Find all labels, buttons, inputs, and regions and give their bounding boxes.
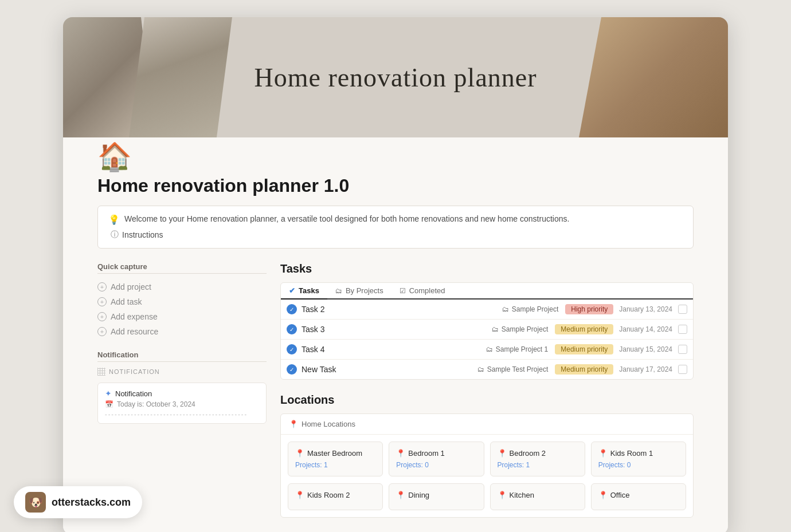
add-expense-item[interactable]: + Add expense xyxy=(97,309,267,324)
right-column: Tasks ✔ Tasks 🗂 By Projects xyxy=(280,262,694,518)
task-name: Task 4 xyxy=(301,345,486,354)
check-grid-icon: ☑ xyxy=(400,287,406,295)
priority-badge: Medium priority xyxy=(555,344,613,354)
watermark: 🐶 otterstacks.com xyxy=(14,486,142,518)
pin-icon: 📍 xyxy=(289,420,298,428)
notification-db-text: NOTIFICATION xyxy=(109,368,160,375)
location-projects-count: Projects: 0 xyxy=(396,461,476,469)
calendar-icon: 📅 xyxy=(105,400,113,408)
notification-title-text: Notification xyxy=(115,389,152,398)
watermark-icon: 🐶 xyxy=(25,492,46,513)
add-project-plus-icon: + xyxy=(97,282,107,291)
add-expense-label: Add expense xyxy=(111,312,158,321)
grid-icon xyxy=(97,368,105,376)
table-row: Task 3 🗂 Sample Project Medium priority … xyxy=(281,320,693,340)
list-item[interactable]: 📍 Dining xyxy=(389,483,484,510)
location-cards-row1: 📍 Master Bedroom Projects: 1 📍 Bedroom 1 xyxy=(281,435,693,483)
location-pin-icon: 📍 xyxy=(295,449,304,458)
tasks-title: Tasks xyxy=(280,262,694,275)
notification-item: ✦ Notification 📅 Today is: October 3, 20… xyxy=(97,383,267,424)
task-project-name: Sample Test Project xyxy=(487,365,549,373)
list-item[interactable]: 📍 Bedroom 2 Projects: 1 xyxy=(490,442,585,476)
tab-by-projects[interactable]: 🗂 By Projects xyxy=(327,283,391,300)
page-title: Home renovation planner 1.0 xyxy=(97,175,694,196)
task-project: 🗂 Sample Test Project xyxy=(477,365,549,373)
list-item[interactable]: 📍 Office xyxy=(591,483,686,510)
welcome-message: Welcome to your Home renovation planner,… xyxy=(124,214,569,223)
task-select-checkbox[interactable] xyxy=(678,325,687,334)
add-resource-label: Add resource xyxy=(111,327,158,336)
location-name: 📍 Bedroom 1 xyxy=(396,449,476,458)
location-name: 📍 Dining xyxy=(396,491,476,499)
add-task-label: Add task xyxy=(111,297,142,306)
task-select-checkbox[interactable] xyxy=(678,305,687,314)
location-pin-icon: 📍 xyxy=(598,449,608,458)
tab-completed[interactable]: ☑ Completed xyxy=(391,283,453,300)
notification-section: Notification NOTIFICATION ✦ Notification… xyxy=(97,350,267,424)
task-project-name: Sample Project xyxy=(512,305,558,313)
task-project: 🗂 Sample Project 1 xyxy=(486,345,548,353)
add-project-label: Add project xyxy=(111,282,151,291)
task-select-checkbox[interactable] xyxy=(678,345,687,354)
add-task-item[interactable]: + Add task xyxy=(97,294,267,309)
list-item[interactable]: 📍 Kids Room 1 Projects: 0 xyxy=(591,442,686,476)
quick-capture-items: + Add project + Add task + Add expense +… xyxy=(97,279,267,339)
location-pin-icon: 📍 xyxy=(498,449,507,458)
circle-question-icon: ⓘ xyxy=(111,230,119,240)
project-folder-icon: 🗂 xyxy=(492,325,499,333)
location-name: 📍 Kids Room 1 xyxy=(598,449,679,458)
banner-left-image-2 xyxy=(129,17,232,137)
task-project: 🗂 Sample Project xyxy=(492,325,548,333)
star-icon: ✦ xyxy=(105,389,112,398)
notification-date: 📅 Today is: October 3, 2024 xyxy=(105,400,259,408)
checkmark-icon: ✔ xyxy=(289,286,295,295)
add-resource-plus-icon: + xyxy=(97,327,107,336)
locations-title: Locations xyxy=(280,393,694,407)
add-project-item[interactable]: + Add project xyxy=(97,279,267,294)
instructions-label: Instructions xyxy=(122,230,163,239)
list-item[interactable]: 📍 Kids Room 2 xyxy=(288,483,383,510)
quick-capture-title: Quick capture xyxy=(97,262,267,274)
list-item[interactable]: 📍 Bedroom 1 Projects: 0 xyxy=(389,442,484,476)
locations-container: 📍 Home Locations 📍 Master Bedroom Projec… xyxy=(280,413,694,518)
app-window: Home renovation planner 🏠 Home renovatio… xyxy=(63,17,728,532)
instructions-link[interactable]: ⓘ Instructions xyxy=(111,230,683,240)
welcome-box: 💡 Welcome to your Home renovation planne… xyxy=(97,206,694,249)
location-pin-icon: 📍 xyxy=(396,491,405,499)
notification-item-title: ✦ Notification xyxy=(105,389,259,398)
task-date: January 14, 2024 xyxy=(619,325,672,333)
locations-sub-label: Home Locations xyxy=(301,420,355,428)
task-name: Task 2 xyxy=(301,305,502,314)
task-date: January 15, 2024 xyxy=(619,345,672,353)
task-complete-icon xyxy=(287,304,297,314)
location-name: 📍 Office xyxy=(598,491,679,499)
priority-badge: Medium priority xyxy=(555,364,613,375)
tab-completed-label: Completed xyxy=(409,286,445,295)
content-area: 🏠 Home renovation planner 1.0 💡 Welcome … xyxy=(63,132,728,532)
list-item[interactable]: 📍 Kitchen xyxy=(490,483,585,510)
task-project: 🗂 Sample Project xyxy=(502,305,558,313)
add-task-plus-icon: + xyxy=(97,297,107,306)
notification-db-label: NOTIFICATION xyxy=(97,368,267,376)
task-project-name: Sample Project 1 xyxy=(496,345,548,353)
project-folder-icon: 🗂 xyxy=(477,365,484,373)
banner-right-image xyxy=(579,17,728,137)
location-projects-count: Projects: 1 xyxy=(498,461,578,469)
location-cards-row2: 📍 Kids Room 2 📍 Dining xyxy=(281,483,693,517)
add-resource-item[interactable]: + Add resource xyxy=(97,324,267,339)
list-item[interactable]: 📍 Master Bedroom Projects: 1 xyxy=(288,442,383,476)
tasks-table: ✔ Tasks 🗂 By Projects ☑ Completed xyxy=(280,282,694,380)
task-select-checkbox[interactable] xyxy=(678,365,687,374)
location-projects-count: Projects: 0 xyxy=(598,461,679,469)
tasks-section: Tasks ✔ Tasks 🗂 By Projects xyxy=(280,262,694,380)
tab-tasks-label: Tasks xyxy=(299,286,319,295)
task-date: January 13, 2024 xyxy=(619,305,672,313)
tab-tasks[interactable]: ✔ Tasks xyxy=(281,283,327,300)
page-icon: 🏠 xyxy=(97,132,694,171)
location-pin-icon: 📍 xyxy=(498,491,507,499)
add-expense-plus-icon: + xyxy=(97,312,107,321)
banner-title: Home renovation planner xyxy=(254,62,537,93)
priority-badge: High priority xyxy=(565,304,613,314)
task-project-name: Sample Project xyxy=(502,325,548,333)
task-name: Task 3 xyxy=(301,325,492,334)
